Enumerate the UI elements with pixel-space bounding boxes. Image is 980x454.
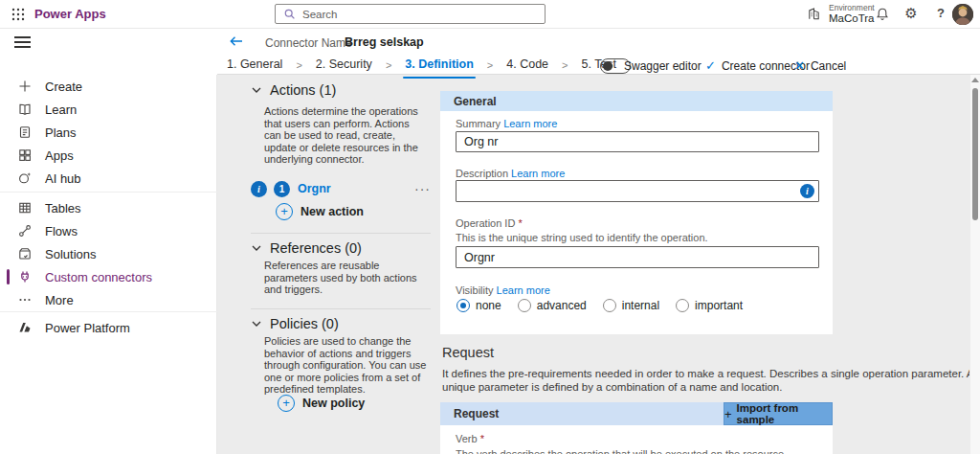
radio-icon — [603, 299, 616, 312]
plus-circle-icon: + — [278, 395, 295, 412]
left-navigation: Home Create Learn Plans Apps AI hub Tabl… — [0, 53, 217, 454]
general-panel-header: General — [440, 91, 833, 111]
more-ellipsis-icon — [17, 292, 33, 307]
action-more-menu[interactable]: ··· — [414, 181, 431, 196]
custom-connector-icon — [17, 269, 33, 284]
flow-icon — [17, 223, 33, 238]
connector-name-label: Connector Name — [265, 36, 352, 50]
sidebar-item-create[interactable]: Create — [0, 75, 216, 98]
radio-icon — [676, 299, 689, 312]
visibility-option-none[interactable]: none — [457, 299, 501, 312]
user-avatar[interactable] — [952, 4, 973, 25]
sidebar-divider — [0, 192, 217, 193]
environment-name: MaCoTra — [829, 12, 875, 25]
sidebar-item-plans[interactable]: Plans — [0, 121, 216, 144]
operation-id-input[interactable] — [456, 246, 819, 268]
summary-input[interactable] — [456, 131, 819, 152]
new-policy-button[interactable]: + New policy — [278, 395, 365, 412]
actions-section-header[interactable]: Actions (1) — [251, 82, 336, 98]
solutions-box-icon — [17, 246, 33, 261]
hamburger-menu-icon[interactable] — [14, 36, 31, 49]
radio-icon — [518, 299, 531, 312]
power-platform-icon — [17, 320, 33, 335]
table-icon — [17, 200, 33, 216]
visibility-radio-group: none advanced internal important — [457, 299, 743, 312]
scrollbar-up-arrow[interactable] — [971, 78, 979, 82]
cancel-button[interactable]: ✕ Cancel — [794, 58, 846, 73]
connector-header-bar: Connector Name Brreg selskap 1. General … — [0, 29, 980, 75]
description-info-icon[interactable]: i — [800, 184, 814, 198]
operation-id-label: Operation ID * — [456, 217, 523, 229]
step-separator: > — [487, 59, 493, 71]
request-section-title: Request — [442, 345, 494, 360]
scrollbar-thumb[interactable] — [972, 88, 978, 220]
step-separator: > — [562, 59, 568, 71]
sidebar-item-flows[interactable]: Flows — [0, 219, 216, 242]
settings-gear-icon[interactable]: ⚙ — [903, 5, 919, 20]
close-icon: ✕ — [794, 58, 805, 73]
plus-icon: + — [724, 407, 732, 421]
action-count-badge: 1 — [274, 181, 290, 197]
sidebar-item-tables[interactable]: Tables — [0, 196, 216, 219]
import-from-sample-button[interactable]: + Import from sample — [724, 402, 833, 425]
info-icon[interactable]: i — [251, 181, 267, 197]
sidebar-item-ai-hub[interactable]: AI hub — [0, 167, 216, 190]
app-title[interactable]: Power Apps — [34, 7, 106, 21]
references-description: References are reusable parameters used … — [264, 260, 427, 296]
sidebar-item-power-platform[interactable]: Power Platform — [0, 316, 216, 339]
plus-circle-icon: + — [276, 203, 293, 220]
visibility-option-important[interactable]: important — [676, 299, 743, 312]
apps-grid-icon — [17, 148, 33, 163]
plus-icon — [17, 79, 33, 94]
operation-id-hint: This is the unique string used to identi… — [456, 232, 708, 243]
description-label: Description Learn more — [456, 168, 565, 179]
sidebar-item-more[interactable]: More — [0, 288, 216, 311]
visibility-option-advanced[interactable]: advanced — [518, 299, 587, 312]
wizard-steps: 1. General > 2. Security > 3. Definition… — [227, 56, 616, 75]
verb-label: Verb * — [456, 433, 484, 444]
environment-picker[interactable]: Environment MaCoTra — [807, 3, 875, 25]
action-item-orgnr[interactable]: i 1 Orgnr ··· — [251, 180, 431, 197]
sidebar-item-custom-connectors[interactable]: Custom connectors — [0, 265, 216, 288]
active-indicator — [7, 269, 10, 284]
swagger-editor-label: Swagger editor — [624, 59, 702, 73]
search-icon — [283, 8, 296, 20]
actions-description: Actions determine the operations that us… — [264, 105, 427, 166]
waffle-menu-icon[interactable] — [11, 7, 26, 22]
ai-hub-icon — [17, 170, 33, 186]
action-item-label[interactable]: Orgnr — [298, 182, 331, 195]
tab-general[interactable]: 1. General — [227, 57, 282, 73]
global-search[interactable] — [275, 4, 546, 24]
clipboard-icon — [17, 125, 33, 140]
environment-label: Environment — [829, 3, 875, 12]
tab-code[interactable]: 4. Code — [506, 57, 548, 73]
summary-label: Summary Learn more — [456, 118, 557, 129]
toggle-knob — [603, 61, 612, 71]
new-action-button[interactable]: + New action — [276, 203, 364, 220]
tab-row-divider — [217, 74, 980, 75]
visibility-option-internal[interactable]: internal — [603, 299, 659, 312]
search-input[interactable] — [302, 9, 537, 20]
notifications-bell-icon[interactable] — [875, 7, 890, 22]
chevron-down-icon — [251, 242, 262, 254]
section-divider — [251, 308, 431, 309]
sidebar-item-learn[interactable]: Learn — [0, 98, 216, 121]
tab-definition[interactable]: 3. Definition — [405, 57, 474, 73]
summary-learn-more-link[interactable]: Learn more — [503, 118, 557, 129]
back-arrow-icon[interactable] — [229, 34, 244, 49]
sidebar-item-apps[interactable]: Apps — [0, 144, 216, 167]
request-section-description: It defines the pre-requirements needed i… — [442, 367, 974, 394]
visibility-label: Visibility Learn more — [456, 284, 550, 296]
tab-security[interactable]: 2. Security — [316, 57, 372, 73]
sidebar-item-solutions[interactable]: Solutions — [0, 242, 216, 265]
visibility-learn-more-link[interactable]: Learn more — [497, 284, 550, 296]
connector-name-value: Brreg selskap — [345, 35, 424, 49]
chevron-down-icon — [251, 318, 262, 329]
description-learn-more-link[interactable]: Learn more — [511, 168, 565, 179]
policies-section-header[interactable]: Policies (0) — [251, 316, 339, 331]
policies-description: Policies are used to change the behavior… — [264, 335, 427, 396]
radio-selected-icon — [457, 299, 470, 312]
references-section-header[interactable]: References (0) — [251, 240, 362, 256]
description-input[interactable] — [456, 180, 819, 202]
help-icon[interactable]: ? — [933, 6, 948, 21]
